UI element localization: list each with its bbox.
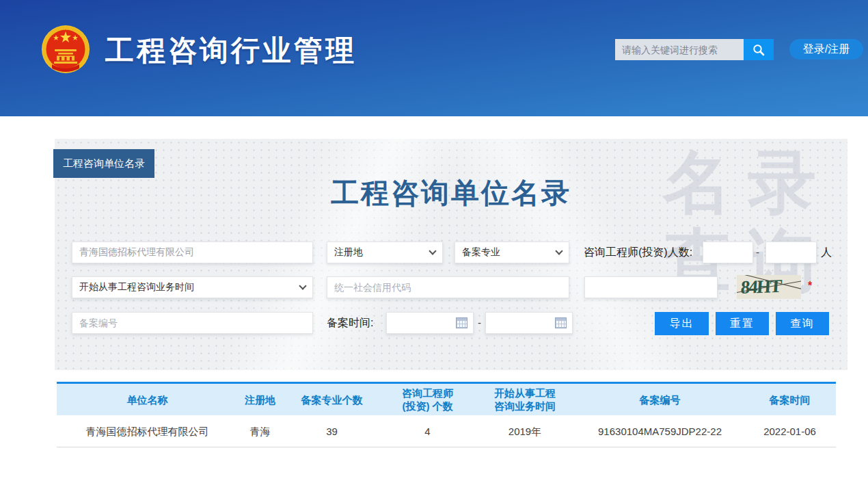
search-icon [752, 43, 765, 57]
record-time-start-datepicker[interactable] [386, 312, 474, 334]
col-header-start-time: 开始从事工程 咨询业务时间 [474, 384, 576, 415]
start-business-time-select-value: 开始从事工程咨询业务时间 [79, 281, 194, 293]
page-root: 工程咨询行业管理 登录/注册 名录 查询 工程咨询单位名录 工程咨询单位名录 注… [0, 0, 868, 496]
cell-unit-name: 青海国德招标代理有限公司 [57, 415, 238, 447]
record-number-input[interactable] [72, 312, 313, 334]
record-time-label: 备案时间: [327, 312, 373, 334]
captcha-input[interactable] [584, 276, 718, 298]
range-dash: - [756, 242, 759, 263]
query-button[interactable]: 查询 [776, 312, 829, 335]
page-title: 工程咨询单位名录 [55, 174, 847, 212]
cell-registered-place: 青海 [238, 415, 282, 447]
site-title: 工程咨询行业管理 [105, 31, 357, 70]
engineer-count-min-input[interactable] [703, 242, 753, 263]
col-header-unit-name: 单位名称 [57, 384, 238, 415]
registered-place-select[interactable]: 注册地 [327, 242, 443, 263]
chevron-down-icon [429, 247, 436, 254]
col-header-engineer-count: 咨询工程师 (投资) 个数 [381, 384, 474, 415]
cell-engineer-count: 4 [381, 415, 474, 447]
registered-place-select-value: 注册地 [334, 246, 363, 259]
required-asterisk: * [808, 280, 812, 292]
reset-button[interactable]: 重置 [716, 312, 769, 335]
header-search [615, 39, 774, 60]
export-button[interactable]: 导出 [655, 312, 709, 335]
header-search-input[interactable] [615, 39, 744, 60]
cell-major-count: 39 [282, 415, 381, 447]
col-header-record-time: 备案时间 [744, 384, 836, 415]
results-table: 单位名称 注册地 备案专业个数 咨询工程师 (投资) 个数 开始从事工程 咨询业… [57, 382, 836, 447]
col-header-major-count: 备案专业个数 [282, 384, 381, 415]
chevron-down-icon [555, 247, 562, 254]
person-unit-label: 人 [821, 242, 832, 263]
engineer-count-label: 咨询工程师(投资)人数: [584, 242, 692, 263]
col-header-record-number: 备案编号 [576, 384, 744, 415]
credit-code-input[interactable] [327, 276, 569, 298]
table-header-row: 单位名称 注册地 备案专业个数 咨询工程师 (投资) 个数 开始从事工程 咨询业… [57, 384, 836, 415]
start-business-time-select[interactable]: 开始从事工程咨询业务时间 [72, 276, 313, 298]
site-header: 工程咨询行业管理 登录/注册 [0, 0, 868, 116]
engineer-count-max-input[interactable] [765, 242, 817, 263]
company-name-input[interactable] [72, 242, 313, 263]
header-search-button[interactable] [744, 39, 774, 60]
query-panel: 名录 查询 工程咨询单位名录 工程咨询单位名录 注册地 备案专业 咨询工程师(投… [55, 139, 847, 370]
calendar-icon [456, 317, 467, 328]
col-header-registered-place: 注册地 [238, 384, 282, 415]
national-emblem-icon [41, 25, 90, 74]
tab-directory[interactable]: 工程咨询单位名录 [53, 149, 154, 178]
range-dash: - [478, 312, 481, 334]
cell-record-number: 91630104MA759JDP22-22 [576, 415, 744, 447]
record-time-end-datepicker[interactable] [485, 312, 573, 334]
captcha-image[interactable]: 84HT [737, 275, 801, 299]
record-major-select-value: 备案专业 [462, 246, 500, 259]
record-major-select[interactable]: 备案专业 [455, 242, 569, 263]
cell-record-time: 2022-01-06 [744, 415, 836, 447]
table-row[interactable]: 青海国德招标代理有限公司 青海 39 4 2019年 91630104MA759… [57, 415, 836, 447]
cell-start-time: 2019年 [474, 415, 576, 447]
login-register-button[interactable]: 登录/注册 [789, 39, 863, 60]
chevron-down-icon [299, 282, 306, 289]
calendar-icon [555, 317, 567, 328]
